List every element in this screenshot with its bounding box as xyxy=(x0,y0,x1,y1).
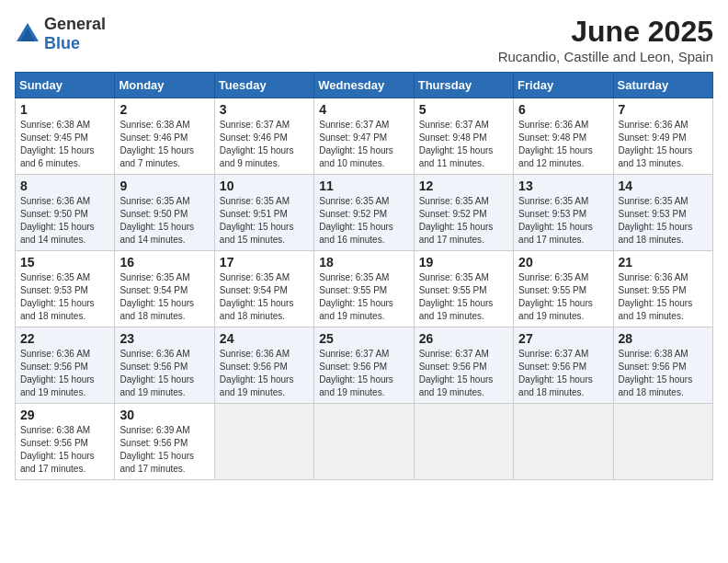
day-info: Sunrise: 6:36 AMSunset: 9:50 PMDaylight:… xyxy=(20,195,109,247)
day-info: Sunrise: 6:36 AMSunset: 9:56 PMDaylight:… xyxy=(220,348,309,399)
day-info: Sunrise: 6:36 AMSunset: 9:56 PMDaylight:… xyxy=(20,348,109,399)
title-area: June 2025 Rucandio, Castille and Leon, S… xyxy=(498,15,713,64)
day-info: Sunrise: 6:39 AMSunset: 9:56 PMDaylight:… xyxy=(119,424,209,476)
calendar-cell: 9Sunrise: 6:35 AMSunset: 9:50 PMDaylight… xyxy=(115,175,214,251)
calendar-cell xyxy=(613,404,712,480)
day-info: Sunrise: 6:38 AMSunset: 9:56 PMDaylight:… xyxy=(20,424,109,476)
day-header-tuesday: Tuesday xyxy=(214,73,313,98)
day-number: 23 xyxy=(119,331,209,346)
day-info: Sunrise: 6:35 AMSunset: 9:52 PMDaylight:… xyxy=(419,195,508,247)
day-number: 12 xyxy=(419,178,508,193)
day-info: Sunrise: 6:38 AMSunset: 9:45 PMDaylight:… xyxy=(20,119,109,170)
day-number: 21 xyxy=(619,255,708,270)
day-number: 30 xyxy=(119,408,209,422)
day-info: Sunrise: 6:36 AMSunset: 9:48 PMDaylight:… xyxy=(518,119,608,170)
calendar-cell: 10Sunrise: 6:35 AMSunset: 9:51 PMDayligh… xyxy=(214,175,313,251)
day-number: 13 xyxy=(518,178,608,193)
day-info: Sunrise: 6:35 AMSunset: 9:53 PMDaylight:… xyxy=(518,195,608,247)
day-info: Sunrise: 6:35 AMSunset: 9:52 PMDaylight:… xyxy=(319,195,408,247)
calendar-cell: 5Sunrise: 6:37 AMSunset: 9:48 PMDaylight… xyxy=(414,98,513,175)
day-number: 4 xyxy=(319,102,408,117)
day-info: Sunrise: 6:37 AMSunset: 9:56 PMDaylight:… xyxy=(319,348,408,399)
day-number: 17 xyxy=(220,255,309,270)
month-title: June 2025 xyxy=(498,15,713,49)
day-info: Sunrise: 6:36 AMSunset: 9:56 PMDaylight:… xyxy=(119,348,209,399)
day-header-sunday: Sunday xyxy=(16,73,115,98)
calendar-cell: 7Sunrise: 6:36 AMSunset: 9:49 PMDaylight… xyxy=(613,98,712,175)
calendar-cell: 19Sunrise: 6:35 AMSunset: 9:55 PMDayligh… xyxy=(414,251,513,327)
day-number: 3 xyxy=(220,102,309,117)
day-number: 8 xyxy=(20,178,109,193)
calendar-cell: 25Sunrise: 6:37 AMSunset: 9:56 PMDayligh… xyxy=(314,327,414,404)
header: General Blue June 2025 Rucandio, Castill… xyxy=(15,15,713,64)
calendar-week-row: 22Sunrise: 6:36 AMSunset: 9:56 PMDayligh… xyxy=(16,327,713,404)
calendar-cell xyxy=(514,404,613,480)
day-info: Sunrise: 6:37 AMSunset: 9:48 PMDaylight:… xyxy=(419,119,508,170)
day-number: 2 xyxy=(119,102,209,117)
calendar-cell: 23Sunrise: 6:36 AMSunset: 9:56 PMDayligh… xyxy=(115,327,214,404)
calendar-cell: 13Sunrise: 6:35 AMSunset: 9:53 PMDayligh… xyxy=(514,175,613,251)
calendar-week-row: 1Sunrise: 6:38 AMSunset: 9:45 PMDaylight… xyxy=(16,98,713,175)
day-info: Sunrise: 6:35 AMSunset: 9:51 PMDaylight:… xyxy=(220,195,309,247)
logo-icon xyxy=(15,21,40,47)
calendar-cell: 29Sunrise: 6:38 AMSunset: 9:56 PMDayligh… xyxy=(16,404,115,480)
calendar-cell: 6Sunrise: 6:36 AMSunset: 9:48 PMDaylight… xyxy=(514,98,613,175)
day-info: Sunrise: 6:37 AMSunset: 9:46 PMDaylight:… xyxy=(220,119,309,170)
day-number: 16 xyxy=(119,255,209,270)
day-info: Sunrise: 6:38 AMSunset: 9:46 PMDaylight:… xyxy=(119,119,209,170)
day-header-wednesday: Wednesday xyxy=(314,73,414,98)
calendar-week-row: 15Sunrise: 6:35 AMSunset: 9:53 PMDayligh… xyxy=(16,251,713,327)
calendar-cell xyxy=(214,404,313,480)
day-info: Sunrise: 6:35 AMSunset: 9:55 PMDaylight:… xyxy=(419,271,508,323)
calendar-cell: 17Sunrise: 6:35 AMSunset: 9:54 PMDayligh… xyxy=(214,251,313,327)
calendar-cell: 12Sunrise: 6:35 AMSunset: 9:52 PMDayligh… xyxy=(414,175,513,251)
day-number: 5 xyxy=(419,102,508,117)
day-info: Sunrise: 6:35 AMSunset: 9:54 PMDaylight:… xyxy=(220,271,309,323)
logo-general: General xyxy=(44,15,106,33)
day-number: 6 xyxy=(518,102,608,117)
day-number: 14 xyxy=(619,178,708,193)
calendar-cell: 3Sunrise: 6:37 AMSunset: 9:46 PMDaylight… xyxy=(214,98,313,175)
day-info: Sunrise: 6:35 AMSunset: 9:55 PMDaylight:… xyxy=(319,271,408,323)
calendar-cell: 2Sunrise: 6:38 AMSunset: 9:46 PMDaylight… xyxy=(115,98,214,175)
day-header-friday: Friday xyxy=(514,73,613,98)
calendar-cell: 21Sunrise: 6:36 AMSunset: 9:55 PMDayligh… xyxy=(613,251,712,327)
calendar-cell: 24Sunrise: 6:36 AMSunset: 9:56 PMDayligh… xyxy=(214,327,313,404)
calendar-cell xyxy=(314,404,414,480)
calendar-header-row: SundayMondayTuesdayWednesdayThursdayFrid… xyxy=(16,73,713,98)
calendar-cell: 8Sunrise: 6:36 AMSunset: 9:50 PMDaylight… xyxy=(16,175,115,251)
day-number: 19 xyxy=(419,255,508,270)
day-info: Sunrise: 6:36 AMSunset: 9:55 PMDaylight:… xyxy=(619,271,708,323)
calendar-week-row: 29Sunrise: 6:38 AMSunset: 9:56 PMDayligh… xyxy=(16,404,713,480)
calendar-cell: 15Sunrise: 6:35 AMSunset: 9:53 PMDayligh… xyxy=(16,251,115,327)
day-number: 25 xyxy=(319,331,408,346)
calendar-cell: 22Sunrise: 6:36 AMSunset: 9:56 PMDayligh… xyxy=(16,327,115,404)
calendar-cell: 18Sunrise: 6:35 AMSunset: 9:55 PMDayligh… xyxy=(314,251,414,327)
day-info: Sunrise: 6:35 AMSunset: 9:55 PMDaylight:… xyxy=(518,271,608,323)
day-number: 28 xyxy=(619,331,708,346)
calendar-cell: 27Sunrise: 6:37 AMSunset: 9:56 PMDayligh… xyxy=(514,327,613,404)
day-number: 1 xyxy=(20,102,109,117)
calendar: SundayMondayTuesdayWednesdayThursdayFrid… xyxy=(15,72,713,480)
day-info: Sunrise: 6:35 AMSunset: 9:53 PMDaylight:… xyxy=(20,271,109,323)
calendar-cell: 4Sunrise: 6:37 AMSunset: 9:47 PMDaylight… xyxy=(314,98,414,175)
calendar-cell: 28Sunrise: 6:38 AMSunset: 9:56 PMDayligh… xyxy=(613,327,712,404)
day-number: 7 xyxy=(619,102,708,117)
calendar-cell: 16Sunrise: 6:35 AMSunset: 9:54 PMDayligh… xyxy=(115,251,214,327)
day-number: 26 xyxy=(419,331,508,346)
day-info: Sunrise: 6:37 AMSunset: 9:56 PMDaylight:… xyxy=(419,348,508,399)
day-number: 27 xyxy=(518,331,608,346)
calendar-cell: 26Sunrise: 6:37 AMSunset: 9:56 PMDayligh… xyxy=(414,327,513,404)
calendar-cell: 11Sunrise: 6:35 AMSunset: 9:52 PMDayligh… xyxy=(314,175,414,251)
day-info: Sunrise: 6:35 AMSunset: 9:54 PMDaylight:… xyxy=(119,271,209,323)
day-header-monday: Monday xyxy=(115,73,214,98)
day-header-thursday: Thursday xyxy=(414,73,513,98)
day-number: 11 xyxy=(319,178,408,193)
day-number: 20 xyxy=(518,255,608,270)
day-number: 29 xyxy=(20,408,109,422)
day-number: 9 xyxy=(119,178,209,193)
day-info: Sunrise: 6:37 AMSunset: 9:56 PMDaylight:… xyxy=(518,348,608,399)
day-number: 10 xyxy=(220,178,309,193)
day-info: Sunrise: 6:35 AMSunset: 9:53 PMDaylight:… xyxy=(619,195,708,247)
day-info: Sunrise: 6:37 AMSunset: 9:47 PMDaylight:… xyxy=(319,119,408,170)
